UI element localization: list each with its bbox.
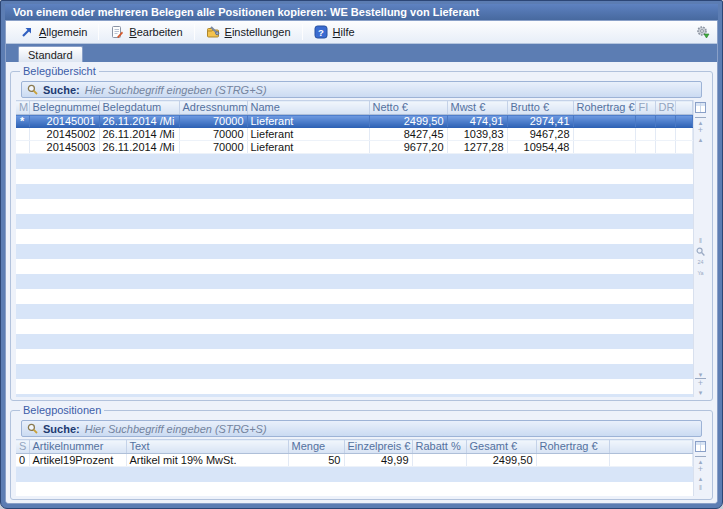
- col-header-artikelnummer[interactable]: Artikelnummer: [29, 440, 126, 454]
- toolbar-separator: [194, 24, 195, 40]
- toolbar-button-hilfe[interactable]: ? Hilfe: [306, 23, 363, 41]
- window-body: Allgemein Bearbeiten Einstellungen ?: [5, 20, 718, 504]
- sort-alpha-icon[interactable]: Ya: [696, 269, 706, 277]
- tab-bar: Standard: [6, 44, 717, 62]
- positionen-table: S Artikelnummer Text Menge Einzelpreis €…: [16, 439, 693, 467]
- zoom-icon[interactable]: [695, 247, 706, 256]
- col-header-brutto[interactable]: Brutto €: [507, 101, 573, 115]
- scroll-up-icon[interactable]: ▴: [695, 474, 706, 483]
- page-standard: Belegübersicht Suche: Hier Suchbegriff e…: [6, 62, 717, 503]
- fit-columns-icon[interactable]: ‖: [695, 483, 706, 492]
- toolbar-button-label: Allgemein: [39, 26, 87, 38]
- toolbar: Allgemein Bearbeiten Einstellungen ?: [6, 21, 717, 44]
- window-titlebar[interactable]: Von einem oder mehreren Belegen alle Pos…: [5, 4, 718, 20]
- arrow-up-right-icon: [20, 25, 34, 39]
- uebersicht-header-row: M Belegnummer Belegdatum Adressnumm Name…: [16, 101, 693, 115]
- settings-icon: [206, 25, 220, 39]
- col-header-s[interactable]: S: [16, 440, 29, 454]
- search-placeholder: Hier Suchbegriff eingeben (STRG+S): [85, 423, 267, 435]
- table-row[interactable]: 0 Artikel19Prozent Artikel mit 19% MwSt.…: [16, 454, 693, 467]
- positionen-side-toolbar: ▴ + ▴ ‖: [693, 439, 707, 496]
- window-title: Von einem oder mehreren Belegen alle Pos…: [13, 6, 479, 18]
- positionen-grid: S Artikelnummer Text Menge Einzelpreis €…: [16, 439, 707, 496]
- col-header-filler: [609, 440, 693, 454]
- col-header-belegnummer[interactable]: Belegnummer: [29, 101, 99, 115]
- toolbar-button-allgemein[interactable]: Allgemein: [12, 23, 95, 41]
- beleguebersicht-legend: Belegübersicht: [20, 65, 99, 77]
- col-header-filler: [675, 101, 693, 115]
- col-header-text[interactable]: Text: [126, 440, 288, 454]
- scroll-down-icon[interactable]: ▾: [695, 388, 706, 397]
- expand-icon[interactable]: +: [695, 126, 706, 135]
- col-header-gesamt[interactable]: Gesamt €: [466, 440, 536, 454]
- toolbar-button-einstellungen[interactable]: Einstellungen: [198, 23, 299, 41]
- sync-gear-icon[interactable]: [693, 24, 711, 40]
- uebersicht-search-bar[interactable]: Suche: Hier Suchbegriff eingeben (STRG+S…: [21, 81, 702, 98]
- table-row[interactable]: 20145003 26.11.2014 /Mi 70000 Lieferant …: [16, 141, 693, 154]
- column-chooser-icon[interactable]: [695, 102, 706, 113]
- col-header-rohertrag[interactable]: Rohertrag €: [536, 440, 609, 454]
- tab-standard[interactable]: Standard: [18, 46, 83, 62]
- col-header-adressnummer[interactable]: Adressnumm: [179, 101, 247, 115]
- collapse-icon[interactable]: +: [695, 379, 706, 388]
- edit-document-icon: [110, 25, 124, 39]
- toolbar-separator: [302, 24, 303, 40]
- col-header-name[interactable]: Name: [247, 101, 369, 115]
- col-header-belegdatum[interactable]: Belegdatum: [99, 101, 179, 115]
- belegpositionen-group: Belegpositionen Suche: Hier Suchbegriff …: [10, 404, 713, 500]
- uebersicht-side-toolbar: ▴ + ▴ ‖ 24 Ya ▾: [693, 100, 707, 397]
- col-header-dr[interactable]: DR: [655, 101, 675, 115]
- help-icon: ?: [314, 25, 328, 39]
- positionen-header-row: S Artikelnummer Text Menge Einzelpreis €…: [16, 440, 693, 454]
- uebersicht-empty-rows: [16, 154, 693, 397]
- col-header-einzelpreis[interactable]: Einzelpreis €: [344, 440, 412, 454]
- search-label: Suche:: [43, 84, 80, 96]
- belegpositionen-legend: Belegpositionen: [20, 404, 104, 416]
- positionen-empty-rows: [16, 467, 693, 496]
- sort-numeric-icon[interactable]: 24: [696, 258, 706, 266]
- col-header-m[interactable]: M: [16, 101, 29, 115]
- toolbar-button-label: Einstellungen: [225, 26, 291, 38]
- table-row[interactable]: 20145002 26.11.2014 /Mi 70000 Lieferant …: [16, 128, 693, 141]
- search-placeholder: Hier Suchbegriff eingeben (STRG+S): [85, 84, 267, 96]
- positionen-search-bar[interactable]: Suche: Hier Suchbegriff eingeben (STRG+S…: [21, 420, 702, 437]
- uebersicht-table: M Belegnummer Belegdatum Adressnumm Name…: [16, 100, 693, 154]
- search-icon: [27, 84, 38, 95]
- col-header-fi[interactable]: FI: [635, 101, 655, 115]
- toolbar-separator: [98, 24, 99, 40]
- column-chooser-icon[interactable]: [695, 441, 706, 452]
- search-icon: [27, 423, 38, 434]
- application-window: Von einem oder mehreren Belegen alle Pos…: [0, 0, 723, 509]
- col-header-rabatt[interactable]: Rabatt %: [412, 440, 466, 454]
- toolbar-button-label: Hilfe: [333, 26, 355, 38]
- search-label: Suche:: [43, 423, 80, 435]
- col-header-mwst[interactable]: Mwst €: [447, 101, 507, 115]
- beleguebersicht-group: Belegübersicht Suche: Hier Suchbegriff e…: [10, 65, 713, 401]
- toolbar-button-bearbeiten[interactable]: Bearbeiten: [102, 23, 190, 41]
- scroll-up-icon[interactable]: ▴: [695, 135, 706, 144]
- expand-icon[interactable]: +: [695, 465, 706, 474]
- toolbar-button-label: Bearbeiten: [129, 26, 182, 38]
- fit-columns-icon[interactable]: ‖: [695, 236, 706, 245]
- col-header-rohertrag[interactable]: Rohertrag €: [573, 101, 635, 115]
- svg-text:?: ?: [318, 27, 324, 38]
- col-header-menge[interactable]: Menge: [288, 440, 344, 454]
- table-row-selected[interactable]: * 20145001 26.11.2014 /Mi 70000 Lieferan…: [16, 115, 693, 128]
- col-header-netto[interactable]: Netto €: [369, 101, 447, 115]
- uebersicht-grid: M Belegnummer Belegdatum Adressnumm Name…: [16, 100, 707, 397]
